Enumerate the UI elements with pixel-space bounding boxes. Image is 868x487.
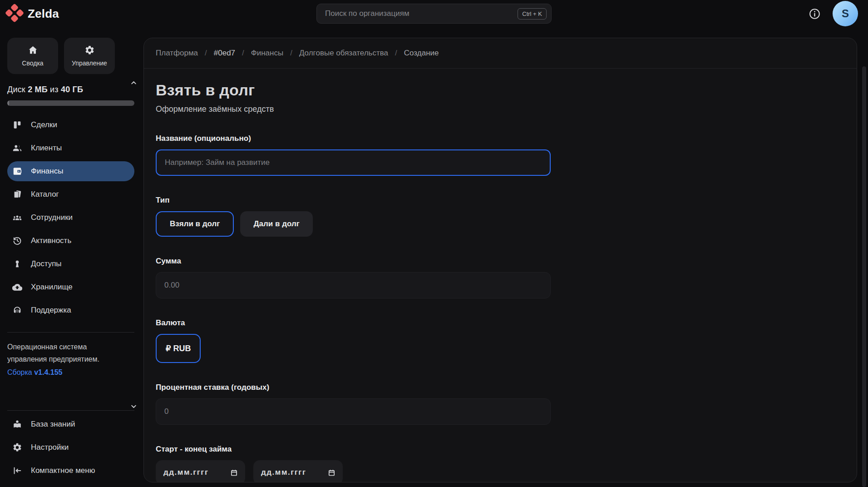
sidebar-item-knowledge-base[interactable]: База знаний — [7, 414, 134, 434]
calendar-icon[interactable] — [328, 469, 335, 477]
type-option-lent-button[interactable]: Дали в долг — [240, 211, 312, 237]
disk-usage-progressbar — [7, 100, 134, 106]
wallet-icon — [12, 166, 22, 176]
end-date-input[interactable]: дд.мм.гггг — [253, 460, 343, 482]
type-option-borrowed-button[interactable]: Взяли в долг — [156, 211, 234, 237]
calendar-icon[interactable] — [230, 469, 238, 477]
currency-rub-button[interactable]: ₽ RUB — [156, 334, 201, 363]
app-logo[interactable]: Zelda — [7, 6, 59, 21]
sidebar-item-activity[interactable]: Активность — [7, 231, 134, 251]
sidebar-tile-summary[interactable]: Сводка — [7, 38, 58, 74]
collapse-menu-icon — [12, 466, 22, 476]
sidebar-item-support[interactable]: Поддержка — [7, 300, 134, 320]
gear-icon — [12, 442, 22, 452]
breadcrumb-item-platform[interactable]: Платформа — [156, 49, 198, 58]
vertical-scrollbar[interactable] — [862, 66, 866, 487]
name-field-label: Название (опционально) — [156, 134, 551, 143]
avatar-initial: S — [842, 7, 849, 20]
loan-type-toggle: Взяли в долг Дали в долг — [156, 211, 551, 237]
breadcrumb-item-create: Создание — [404, 49, 439, 58]
currency-field-label: Валюта — [156, 318, 551, 328]
build-version-link[interactable]: Сборка v1.4.155 — [7, 368, 134, 377]
knowledge-base-icon — [12, 419, 22, 429]
home-icon — [28, 45, 38, 55]
loan-dates: дд.мм.гггг дд.мм.гггг — [156, 460, 551, 482]
breadcrumb-item-finance[interactable]: Финансы — [251, 49, 283, 58]
search-shortcut-badge: Ctrl + K — [518, 8, 547, 20]
breadcrumb-item-debts[interactable]: Долговые обязательства — [299, 49, 388, 58]
amount-field-label: Сумма — [156, 257, 551, 266]
sidebar-item-finance[interactable]: Финансы — [7, 161, 134, 181]
breadcrumb-separator: / — [242, 49, 244, 58]
kanban-icon — [12, 120, 22, 130]
global-search[interactable]: Ctrl + K — [316, 4, 552, 24]
page-title: Взять в долг — [156, 81, 845, 99]
catalog-icon — [12, 189, 22, 199]
type-field-label: Тип — [156, 196, 551, 205]
dates-field-label: Старт - конец займа — [156, 445, 551, 454]
rate-field-label: Процентная ставка (годовых) — [156, 383, 551, 392]
breadcrumb-separator: / — [395, 49, 397, 58]
sidebar-item-access[interactable]: Доступы — [7, 254, 134, 274]
breadcrumb-item-org-code[interactable]: #0ed7 — [214, 49, 235, 58]
chevron-down-icon[interactable] — [130, 403, 137, 410]
cloud-upload-icon — [12, 282, 22, 292]
clients-icon — [12, 143, 22, 153]
disk-usage: Диск 2 МБ из 40 ГБ — [7, 85, 134, 106]
chevron-up-icon[interactable] — [130, 80, 137, 86]
sidebar-nav: Сделки Клиенты Финансы — [7, 115, 134, 320]
sidebar-divider — [7, 332, 134, 333]
user-avatar[interactable]: S — [833, 1, 858, 26]
loan-name-input[interactable] — [156, 149, 551, 176]
sidebar-item-catalog[interactable]: Каталог — [7, 184, 134, 204]
interest-rate-input[interactable] — [156, 398, 551, 425]
main-panel: Платформа / #0ed7 / Финансы / Долговые о… — [143, 38, 857, 482]
headset-icon — [12, 305, 22, 315]
sidebar-item-employees[interactable]: Сотрудники — [7, 208, 134, 228]
page-subtitle: Оформление заёмных средств — [156, 104, 845, 114]
keyhole-icon — [12, 259, 22, 269]
search-input[interactable] — [325, 9, 518, 18]
breadcrumb-separator: / — [205, 49, 207, 58]
gear-icon — [84, 45, 95, 55]
logo-diamonds-icon — [4, 3, 25, 24]
breadcrumb-separator: / — [290, 49, 292, 58]
tile-label: Сводка — [22, 60, 43, 67]
tile-label: Управление — [72, 60, 107, 67]
sidebar-item-clients[interactable]: Клиенты — [7, 138, 134, 158]
sidebar-divider — [7, 410, 134, 411]
app-header: Zelda Ctrl + K S — [0, 0, 868, 27]
start-date-input[interactable]: дд.мм.гггг — [156, 460, 245, 482]
sidebar-footer-nav: База знаний Настройки — [7, 414, 134, 482]
history-icon — [12, 236, 22, 246]
about-text: Операционная система управления предприя… — [7, 341, 134, 365]
team-icon — [12, 213, 22, 223]
sidebar-item-settings[interactable]: Настройки — [7, 437, 134, 457]
sidebar-item-storage[interactable]: Хранилище — [7, 277, 134, 297]
sidebar-item-deals[interactable]: Сделки — [7, 115, 134, 135]
info-icon[interactable] — [809, 8, 821, 20]
sidebar-item-compact-menu[interactable]: Компактное меню — [7, 461, 134, 481]
sidebar-tile-management[interactable]: Управление — [64, 38, 115, 74]
amount-input[interactable] — [156, 272, 551, 298]
app-title: Zelda — [28, 7, 59, 21]
breadcrumb: Платформа / #0ed7 / Финансы / Долговые о… — [144, 38, 857, 69]
sidebar: Сводка Управление Диск 2 МБ из 40 ГБ — [0, 38, 143, 482]
disk-usage-text: Диск 2 МБ из 40 ГБ — [7, 85, 134, 94]
